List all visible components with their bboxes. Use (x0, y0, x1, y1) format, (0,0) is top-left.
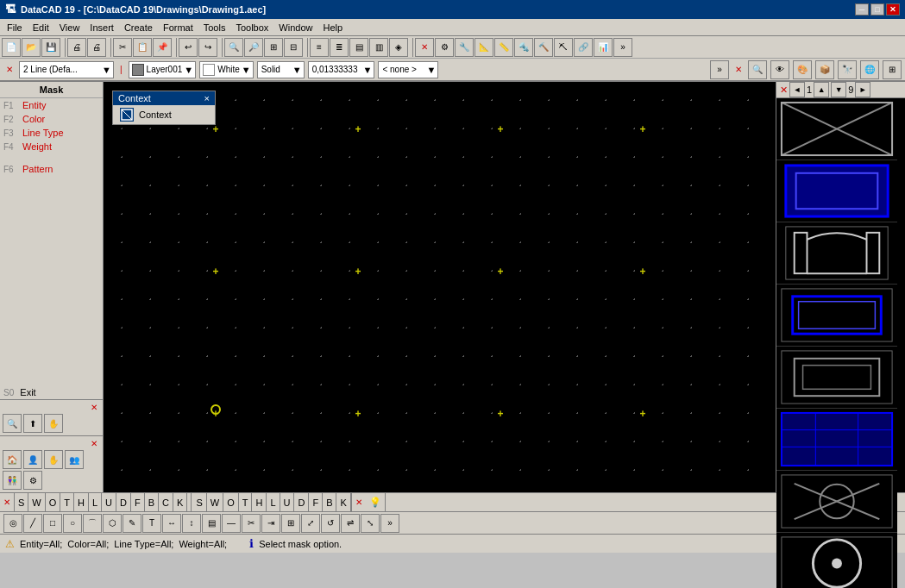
view5-btn[interactable]: 🌐 (860, 60, 879, 79)
person-btn[interactable]: 👤 (23, 450, 42, 469)
sk-F2[interactable]: F (309, 493, 323, 511)
tools-more[interactable]: » (380, 514, 399, 533)
view2-btn[interactable]: 🎨 (793, 60, 812, 79)
more-btn[interactable]: » (613, 38, 632, 57)
circle-btn[interactable]: ○ (63, 514, 82, 533)
sk-U1[interactable]: U (102, 493, 116, 511)
exit-item[interactable]: S0 Exit (0, 385, 103, 399)
tools8-btn[interactable]: 🔗 (574, 38, 593, 57)
thumb-5[interactable] (776, 347, 897, 409)
sk-C1[interactable]: C (159, 493, 173, 511)
zoom3-btn[interactable]: ⊞ (264, 38, 283, 57)
view1-btn[interactable]: 👁 (770, 60, 789, 79)
thumb-3[interactable] (776, 222, 897, 285)
rect-btn[interactable]: □ (43, 514, 62, 533)
tools6-btn[interactable]: 🔨 (534, 38, 553, 57)
tools4-btn[interactable]: 📏 (494, 38, 513, 57)
break-btn[interactable]: — (222, 514, 241, 533)
poly-btn[interactable]: ⬡ (103, 514, 122, 533)
sk-T2[interactable]: T (239, 493, 253, 511)
scale-btn2[interactable]: ⤡ (361, 514, 380, 533)
open-btn[interactable]: 📂 (22, 38, 41, 57)
extend-btn[interactable]: ⇥ (261, 514, 280, 533)
mask-weight[interactable]: F4 Weight (0, 140, 103, 153)
hatch-btn[interactable]: ▤ (202, 514, 221, 533)
menu-help[interactable]: Help (317, 21, 348, 34)
layer4-btn[interactable]: ▥ (369, 38, 388, 57)
menu-window[interactable]: Window (273, 21, 317, 34)
thumb-8[interactable] (776, 533, 897, 588)
more-btn2[interactable]: » (710, 60, 729, 79)
sk-S1[interactable]: S (15, 493, 28, 511)
zoom-btn[interactable]: 🔍 (224, 38, 243, 57)
tools3-btn[interactable]: 📐 (474, 38, 493, 57)
new-btn[interactable]: 📄 (2, 38, 21, 57)
hand-icon-btn[interactable]: ✋ (44, 414, 63, 433)
layer-btn[interactable]: ≡ (310, 38, 329, 57)
tools5-btn[interactable]: 🔩 (514, 38, 533, 57)
panel-close-x[interactable]: ✕ (3, 403, 100, 412)
sk-W1[interactable]: W (28, 493, 45, 511)
dim-btn[interactable]: ↔ (162, 514, 181, 533)
right-next-btn[interactable]: ► (855, 82, 870, 97)
sk-S2[interactable]: S (192, 493, 206, 511)
sk-H2[interactable]: H (252, 493, 267, 511)
rotate-btn[interactable]: ↺ (321, 514, 340, 533)
thumb-7[interactable] (776, 471, 897, 533)
search-btn[interactable]: 🔍 (748, 60, 767, 79)
menu-edit[interactable]: Edit (28, 21, 54, 34)
snap-btn[interactable]: ◎ (3, 514, 22, 533)
thumb-1[interactable] (776, 98, 897, 160)
tools2-btn[interactable]: 🔧 (455, 38, 474, 57)
menu-view[interactable]: View (54, 21, 85, 34)
sk-K2[interactable]: K (336, 493, 350, 511)
layer3-btn[interactable]: ▤ (349, 38, 368, 57)
shortcut-close-x1[interactable]: ✕ (0, 493, 15, 511)
minimize-btn[interactable]: ─ (855, 3, 869, 16)
sk-B2[interactable]: B (323, 493, 336, 511)
save-btn[interactable]: 💾 (41, 38, 60, 57)
right-page-down-btn[interactable]: ▼ (831, 82, 846, 97)
mask-color[interactable]: F2 Color (0, 112, 103, 126)
context-close-btn[interactable]: × (204, 93, 210, 103)
context-menu-item-1[interactable]: Context (113, 105, 215, 124)
people2-btn[interactable]: 👫 (3, 471, 22, 490)
menu-file[interactable]: File (2, 21, 28, 34)
sk-D1[interactable]: D (116, 493, 131, 511)
canvas-area[interactable]: + + + + + + + + + + + + + + + Context × (104, 82, 776, 492)
thumb-6[interactable] (776, 409, 897, 471)
zoom2-btn[interactable]: 🔎 (244, 38, 263, 57)
undo-btn[interactable]: ↩ (179, 38, 198, 57)
layer2-btn[interactable]: ≣ (330, 38, 349, 57)
sk-U2[interactable]: U (280, 493, 295, 511)
trim-btn[interactable]: ✂ (242, 514, 261, 533)
sk-H1[interactable]: H (74, 493, 89, 511)
sk-close2[interactable]: ✕ (351, 493, 366, 511)
print-btn[interactable]: 🖨 (67, 38, 86, 57)
view3-btn[interactable]: 📦 (815, 60, 834, 79)
paste-btn[interactable]: 📌 (153, 38, 172, 57)
sk-B1[interactable]: B (145, 493, 159, 511)
view4-btn[interactable]: 🔭 (838, 60, 857, 79)
view6-btn[interactable]: ⊞ (883, 60, 902, 79)
print2-btn[interactable]: 🖨 (87, 38, 106, 57)
layer-dropdown[interactable]: Layer001 ▼ (129, 61, 197, 78)
solid-dropdown[interactable]: Solid ▼ (257, 61, 305, 78)
tb2-close2[interactable]: ✕ (732, 65, 745, 74)
titlebar-controls[interactable]: ─ □ ✕ (855, 3, 900, 16)
zoom4-btn[interactable]: ⊟ (284, 38, 303, 57)
menu-format[interactable]: Format (158, 21, 198, 34)
sk-bulb[interactable]: 💡 (366, 493, 386, 511)
move-btn[interactable]: ⤢ (301, 514, 320, 533)
cut-btn[interactable]: ✂ (113, 38, 132, 57)
layer5-btn[interactable]: ◈ (389, 38, 408, 57)
people-btn[interactable]: 👥 (65, 450, 84, 469)
settings2-btn[interactable]: ⚙ (23, 471, 42, 490)
arc-btn[interactable]: ⌒ (83, 514, 102, 533)
sk-W2[interactable]: W (207, 493, 223, 511)
line-btn[interactable]: ╱ (23, 514, 42, 533)
redo-btn[interactable]: ↪ (198, 38, 217, 57)
tb2-close[interactable]: ✕ (3, 65, 16, 74)
close-panel-btn[interactable]: ✕ (415, 38, 434, 57)
figure-close-x[interactable]: ✕ (3, 439, 100, 448)
